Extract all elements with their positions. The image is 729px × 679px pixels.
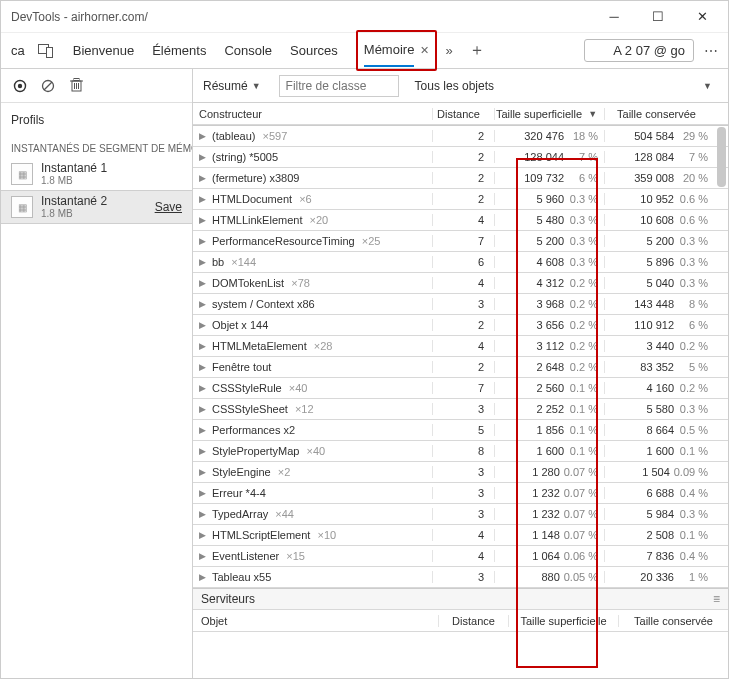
expand-icon[interactable]: ▶ bbox=[199, 551, 206, 561]
record-icon[interactable] bbox=[11, 77, 29, 95]
tab-sources[interactable]: Sources bbox=[290, 35, 338, 66]
close-window-button[interactable]: ✕ bbox=[680, 2, 724, 32]
rcol-distance[interactable]: Distance bbox=[438, 615, 508, 627]
table-row[interactable]: ▶HTMLScriptElement ×1041 1480.07 %2 5080… bbox=[193, 525, 728, 546]
expand-icon[interactable]: ▶ bbox=[199, 215, 206, 225]
row-retained-pct: 0.6 % bbox=[678, 193, 708, 205]
save-link[interactable]: Save bbox=[155, 200, 182, 214]
class-filter-input[interactable] bbox=[279, 75, 399, 97]
expand-icon[interactable]: ▶ bbox=[199, 509, 206, 519]
row-shallow-val: 1 280 bbox=[532, 466, 560, 478]
table-row[interactable]: ▶Fenêtre tout22 6480.2 %83 3525 % bbox=[193, 357, 728, 378]
expand-icon[interactable]: ▶ bbox=[199, 236, 206, 246]
table-row[interactable]: ▶(fermeture) x38092109 7326 %359 00820 % bbox=[193, 168, 728, 189]
view-dropdown[interactable]: Résumé ▼ bbox=[193, 75, 271, 97]
minimize-button[interactable]: ─ bbox=[592, 2, 636, 32]
objects-dropdown[interactable]: Tous les objets ▼ bbox=[407, 75, 720, 97]
close-tab-icon[interactable]: ✕ bbox=[420, 44, 429, 57]
row-retained-val: 20 336 bbox=[640, 571, 674, 583]
row-count: ×12 bbox=[295, 403, 314, 415]
table-row[interactable]: ▶HTMLLinkElement ×2045 4800.3 %10 6080.6… bbox=[193, 210, 728, 231]
device-toggle-icon[interactable] bbox=[33, 38, 59, 64]
expand-icon[interactable]: ▶ bbox=[199, 341, 206, 351]
expand-icon[interactable]: ▶ bbox=[199, 404, 206, 414]
expand-icon[interactable]: ▶ bbox=[199, 446, 206, 456]
row-retained-pct: 0.2 % bbox=[678, 340, 708, 352]
row-retained-pct: 20 % bbox=[678, 172, 708, 184]
row-retained-pct: 0.3 % bbox=[678, 235, 708, 247]
table-row[interactable]: ▶PerformanceResourceTiming ×2575 2000.3 … bbox=[193, 231, 728, 252]
table-row[interactable]: ▶Performances x251 8560.1 %8 6640.5 % bbox=[193, 420, 728, 441]
expand-icon[interactable]: ▶ bbox=[199, 299, 206, 309]
table-row[interactable]: ▶EventListener ×1541 0640.06 %7 8360.4 % bbox=[193, 546, 728, 567]
col-shallow[interactable]: Taille superficielle▼ bbox=[494, 108, 604, 120]
table-row[interactable]: ▶(string) *50052128 0447 %128 0847 % bbox=[193, 147, 728, 168]
scrollbar-thumb[interactable] bbox=[717, 127, 726, 187]
table-row[interactable]: ▶StyleEngine ×231 2800.07 %1 5040.09 % bbox=[193, 462, 728, 483]
more-tabs-icon[interactable]: » bbox=[439, 43, 458, 58]
col-retained[interactable]: Taille conservée bbox=[604, 108, 714, 120]
table-row[interactable]: ▶Objet x 14423 6560.2 %110 9126 % bbox=[193, 315, 728, 336]
row-distance: 3 bbox=[432, 571, 494, 583]
maximize-button[interactable]: ☐ bbox=[636, 2, 680, 32]
table-row[interactable]: ▶CSSStyleSheet ×1232 2520.1 %5 5800.3 % bbox=[193, 399, 728, 420]
expand-icon[interactable]: ▶ bbox=[199, 152, 206, 162]
row-shallow-pct: 0.1 % bbox=[568, 445, 598, 457]
hamburger-icon[interactable]: ≡ bbox=[713, 592, 720, 606]
tab-welcome[interactable]: Bienvenue bbox=[73, 35, 134, 66]
expand-icon[interactable]: ▶ bbox=[199, 425, 206, 435]
col-distance[interactable]: Distance bbox=[432, 108, 494, 120]
expand-icon[interactable]: ▶ bbox=[199, 572, 206, 582]
table-row[interactable]: ▶HTMLMetaElement ×2843 1120.2 %3 4400.2 … bbox=[193, 336, 728, 357]
rcol-retained[interactable]: Taille conservée bbox=[618, 615, 728, 627]
table-row[interactable]: ▶CSSStyleRule ×4072 5600.1 %4 1600.2 % bbox=[193, 378, 728, 399]
table-row[interactable]: ▶DOMTokenList ×7844 3120.2 %5 0400.3 % bbox=[193, 273, 728, 294]
row-name: HTMLDocument bbox=[212, 193, 292, 205]
snapshot-1[interactable]: ▦ Instantané 1 1.8 MB bbox=[1, 158, 192, 190]
expand-icon[interactable]: ▶ bbox=[199, 467, 206, 477]
table-row[interactable]: ▶StylePropertyMap ×4081 6000.1 %1 6000.1… bbox=[193, 441, 728, 462]
tab-memory-wrap: Mémoire ✕ bbox=[356, 30, 438, 71]
col-constructor[interactable]: Constructeur bbox=[193, 108, 432, 120]
sidebar: Profils INSTANTANÉS DE SEGMENT DE MÉMOIR… bbox=[1, 69, 193, 679]
snapshot-2[interactable]: ▦ Instantané 2 1.8 MB Save bbox=[1, 190, 192, 224]
table-row[interactable]: ▶Tableau x5538800.05 %20 3361 % bbox=[193, 567, 728, 588]
expand-icon[interactable]: ▶ bbox=[199, 362, 206, 372]
tab-memory[interactable]: Mémoire bbox=[364, 34, 415, 67]
row-shallow-val: 128 044 bbox=[524, 151, 564, 163]
address-display[interactable]: A 2 07 @ go bbox=[584, 39, 694, 62]
row-shallow-pct: 0.2 % bbox=[568, 361, 598, 373]
row-name: (fermeture) x3809 bbox=[212, 172, 299, 184]
tab-console[interactable]: Console bbox=[224, 35, 272, 66]
row-retained-pct: 0.3 % bbox=[678, 277, 708, 289]
titlebar: DevTools - airhorner.com/ ─ ☐ ✕ bbox=[1, 1, 728, 33]
expand-icon[interactable]: ▶ bbox=[199, 320, 206, 330]
clear-icon[interactable] bbox=[39, 77, 57, 95]
table-row[interactable]: ▶bb ×14464 6080.3 %5 8960.3 % bbox=[193, 252, 728, 273]
table-row[interactable]: ▶HTMLDocument ×625 9600.3 %10 9520.6 % bbox=[193, 189, 728, 210]
snapshot-name: Instantané 1 bbox=[41, 162, 182, 175]
kebab-menu-icon[interactable]: ⋯ bbox=[704, 43, 718, 59]
row-retained-pct: 1 % bbox=[678, 571, 708, 583]
expand-icon[interactable]: ▶ bbox=[199, 278, 206, 288]
rcol-object[interactable]: Objet bbox=[193, 615, 438, 627]
expand-icon[interactable]: ▶ bbox=[199, 383, 206, 393]
table-row[interactable]: ▶(tableau) ×5972320 47618 %504 58429 % bbox=[193, 126, 728, 147]
expand-icon[interactable]: ▶ bbox=[199, 131, 206, 141]
rcol-shallow[interactable]: Taille superficielle bbox=[508, 615, 618, 627]
trash-icon[interactable] bbox=[67, 77, 85, 95]
table-row[interactable]: ▶TypedArray ×4431 2320.07 %5 9840.3 % bbox=[193, 504, 728, 525]
retainers-header[interactable]: Serviteurs ≡ bbox=[193, 588, 728, 610]
tab-elements[interactable]: Éléments bbox=[152, 35, 206, 66]
add-tab-button[interactable]: ＋ bbox=[461, 40, 493, 61]
table-row[interactable]: ▶Erreur *4-431 2320.07 %6 6880.4 % bbox=[193, 483, 728, 504]
expand-icon[interactable]: ▶ bbox=[199, 194, 206, 204]
expand-icon[interactable]: ▶ bbox=[199, 257, 206, 267]
row-count: ×25 bbox=[362, 235, 381, 247]
row-retained-pct: 0.09 % bbox=[674, 466, 708, 478]
expand-icon[interactable]: ▶ bbox=[199, 173, 206, 183]
table-row[interactable]: ▶system / Context x8633 9680.2 %143 4488… bbox=[193, 294, 728, 315]
expand-icon[interactable]: ▶ bbox=[199, 530, 206, 540]
expand-icon[interactable]: ▶ bbox=[199, 488, 206, 498]
row-distance: 2 bbox=[432, 361, 494, 373]
